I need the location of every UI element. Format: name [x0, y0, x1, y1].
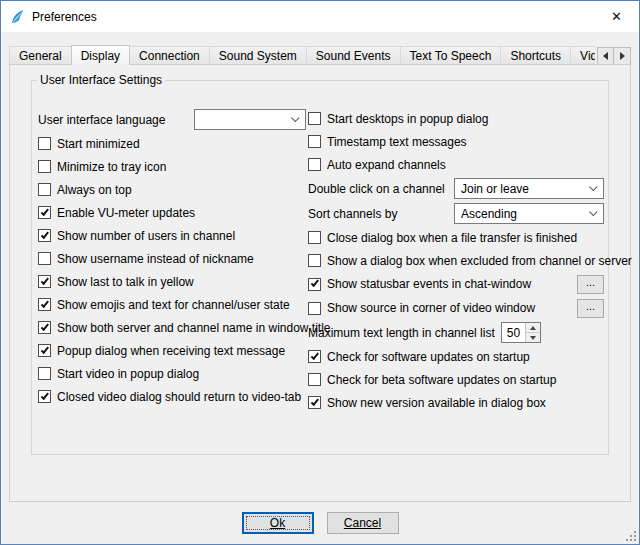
tab-scroll-right-button[interactable] — [614, 47, 631, 65]
checkbox-label: Show emojis and text for channel/user st… — [57, 298, 290, 312]
checkmark-icon — [40, 207, 48, 216]
checkbox-unchecked[interactable] — [308, 135, 321, 148]
language-combobox[interactable] — [194, 109, 306, 130]
resize-grip[interactable] — [624, 529, 637, 542]
checkbox-row: Show emojis and text for channel/user st… — [38, 293, 306, 316]
checkbox-label: Closed video dialog should return to vid… — [57, 390, 301, 404]
checkbox-row: Start desktops in popup dialog — [308, 107, 604, 130]
checkbox-unchecked[interactable] — [38, 160, 51, 173]
close-button[interactable]: ✕ — [594, 1, 639, 32]
checkmark-icon — [40, 299, 48, 308]
tab-video[interactable]: Video — [570, 46, 595, 65]
checkbox-checked[interactable] — [308, 350, 321, 363]
checkbox-checked[interactable] — [38, 390, 51, 403]
checkbox-label: Start minimized — [57, 137, 140, 151]
app-icon — [9, 9, 25, 25]
tab-shortcuts[interactable]: Shortcuts — [500, 46, 571, 65]
cancel-button[interactable]: Cancel — [327, 512, 399, 534]
statusbar-events-browse-button[interactable]: ... — [577, 275, 604, 294]
checkbox-row: Start minimized — [38, 132, 306, 155]
checkbox-row: Timestamp text messages — [308, 130, 604, 153]
tab-text-to-speech[interactable]: Text To Speech — [400, 46, 502, 65]
checkbox-unchecked[interactable] — [308, 158, 321, 171]
double-click-row: Double click on a channel Join or leave — [308, 176, 604, 201]
checkbox-row: Show number of users in channel — [38, 224, 306, 247]
checkbox-label: Check for beta software updates on start… — [327, 373, 556, 387]
checkbox-label: Start video in popup dialog — [57, 367, 199, 381]
window-title: Preferences — [32, 10, 97, 24]
checkmark-icon — [310, 351, 318, 360]
checkbox-checked[interactable] — [308, 278, 321, 291]
max-text-length-row: Maximum text length in channel list 50 — [308, 320, 604, 345]
checkbox-label: Check for software updates on startup — [327, 350, 530, 364]
checkmark-icon — [40, 391, 48, 400]
checkbox-label: Start desktops in popup dialog — [327, 112, 488, 126]
checkbox-row: Enable VU-meter updates — [38, 201, 306, 224]
checkbox-row: Show last to talk in yellow — [38, 270, 306, 293]
left-column: User interface language Start minimizedM… — [38, 107, 306, 408]
checkbox-label: Show both server and channel name in win… — [57, 321, 331, 335]
checkbox-row: Minimize to tray icon — [38, 155, 306, 178]
checkbox-row: Auto expand channels — [308, 153, 604, 176]
sort-channels-label: Sort channels by — [308, 207, 397, 221]
checkbox-unchecked[interactable] — [308, 112, 321, 125]
checkbox-row: Check for beta software updates on start… — [308, 368, 604, 391]
sort-channels-combobox[interactable]: Ascending — [454, 203, 604, 224]
ok-button[interactable]: Ok — [242, 512, 314, 534]
checkbox-checked[interactable] — [38, 298, 51, 311]
left-arrow-icon — [603, 52, 608, 60]
right-arrow-icon — [620, 52, 625, 60]
checkbox-unchecked[interactable] — [308, 373, 321, 386]
tab-sound-system[interactable]: Sound System — [209, 46, 307, 65]
checkbox-unchecked[interactable] — [308, 302, 321, 315]
tab-scroll-control — [597, 47, 631, 65]
checkbox-label: Close dialog box when a file transfer is… — [327, 231, 577, 245]
checkbox-unchecked[interactable] — [308, 231, 321, 244]
checkmark-icon — [40, 230, 48, 239]
checkbox-row: Closed video dialog should return to vid… — [38, 385, 306, 408]
spinner-value: 50 — [502, 323, 525, 342]
titlebar[interactable]: Preferences ✕ — [1, 1, 639, 32]
group-title: User Interface Settings — [37, 73, 165, 87]
spin-down-button[interactable] — [526, 333, 540, 342]
checkbox-row: Check for software updates on startup — [308, 345, 604, 368]
checkbox-row: Show username instead of nickname — [38, 247, 306, 270]
checkbox-unchecked[interactable] — [38, 137, 51, 150]
max-text-length-label: Maximum text length in channel list — [308, 326, 495, 340]
double-click-label: Double click on a channel — [308, 182, 445, 196]
checkbox-label: Auto expand channels — [327, 158, 446, 172]
max-text-length-spinner[interactable]: 50 — [501, 322, 541, 343]
checkbox-checked[interactable] — [38, 229, 51, 242]
checkbox-unchecked[interactable] — [38, 252, 51, 265]
checkbox-unchecked[interactable] — [38, 367, 51, 380]
sort-channels-row: Sort channels by Ascending — [308, 201, 604, 226]
video-source-row: Show source in corner of video window ..… — [308, 296, 604, 320]
checkbox-label: Show statusbar events in chat-window — [327, 277, 531, 291]
tab-connection[interactable]: Connection — [129, 46, 210, 65]
tab-general[interactable]: General — [9, 46, 72, 65]
checkmark-icon — [40, 322, 48, 331]
video-source-browse-button[interactable]: ... — [577, 299, 604, 318]
checkbox-checked[interactable] — [38, 344, 51, 357]
tab-scroll-left-button[interactable] — [597, 47, 614, 65]
checkbox-unchecked[interactable] — [308, 254, 321, 267]
tab-display[interactable]: Display — [71, 45, 130, 65]
checkbox-checked[interactable] — [38, 206, 51, 219]
checkbox-unchecked[interactable] — [38, 183, 51, 196]
checkbox-checked[interactable] — [38, 275, 51, 288]
checkbox-label: Show last to talk in yellow — [57, 275, 194, 289]
checkmark-icon — [40, 276, 48, 285]
double-click-combobox[interactable]: Join or leave — [454, 178, 604, 199]
statusbar-events-row: Show statusbar events in chat-window ... — [308, 272, 604, 296]
checkbox-checked[interactable] — [308, 396, 321, 409]
checkbox-row: Always on top — [38, 178, 306, 201]
checkbox-checked[interactable] — [38, 321, 51, 334]
combobox-value: Join or leave — [461, 182, 529, 196]
spin-up-button[interactable] — [526, 323, 540, 333]
dialog-footer: Ok Cancel — [1, 512, 639, 534]
tab-sound-events[interactable]: Sound Events — [306, 46, 401, 65]
checkbox-label: Minimize to tray icon — [57, 160, 166, 174]
checkmark-icon — [310, 278, 318, 287]
right-bottom-checkbox-list: Check for software updates on startupChe… — [308, 345, 604, 414]
preferences-window: Preferences ✕ GeneralDisplayConnectionSo… — [0, 0, 640, 545]
